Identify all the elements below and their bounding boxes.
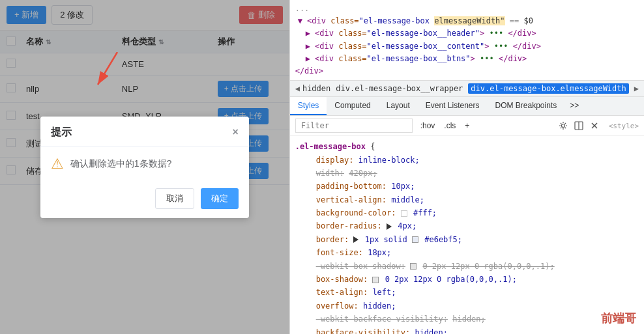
css-prop-width: width: 420px; [306, 167, 639, 180]
breadcrumb-bar: ◀ hidden div.el-message-box__wrapper div… [290, 81, 644, 97]
color-swatch[interactable] [372, 277, 379, 283]
html-tree-line: ▼ <div class="el-message-box elmessageWi… [295, 15, 639, 27]
triangle-icon [353, 236, 359, 243]
css-prop-bg-color: background-color: #fff; [306, 206, 639, 219]
html-tree-line: ... [295, 3, 639, 15]
filter-hov[interactable]: :hov [418, 120, 438, 132]
html-tree-line: ▶ <div class="el-message-box__content"> … [306, 40, 639, 53]
filter-toggles: :hov .cls + [418, 120, 473, 132]
tab-dom-breakpoints[interactable]: DOM Breakpoints [487, 97, 564, 115]
cancel-button[interactable]: 取消 [155, 188, 194, 209]
style-source: <style> [609, 122, 639, 130]
tab-computed[interactable]: Computed [327, 97, 378, 115]
svg-point-2 [561, 124, 564, 128]
css-prop-text-align: text-align: left; [306, 286, 639, 299]
confirm-button[interactable]: 确定 [201, 188, 239, 209]
css-prop-border-radius: border-radius: 4px; [306, 219, 639, 232]
css-prop-box-shadow: box-shadow: 0 2px 12px 0 rgba(0,0,0,.1); [306, 273, 639, 286]
filter-icon-group [557, 119, 601, 132]
dialog-body: ⚠ 确认删除选中的1条数据? [40, 146, 249, 182]
dialog-message: 确认删除选中的1条数据? [70, 158, 172, 170]
tab-more[interactable]: >> [564, 97, 584, 115]
svg-line-1 [98, 52, 117, 85]
css-prop-display: display: inline-block; [306, 154, 639, 167]
css-prop-webkit-box-shadow: -webkit-box-shadow: 0 2px 12px 0 rgba(0,… [306, 260, 639, 273]
html-tree: ... ▼ <div class="el-message-box elmessa… [290, 0, 644, 81]
filter-input[interactable] [295, 118, 413, 133]
dialog-box: 提示 × ⚠ 确认删除选中的1条数据? 取消 确定 [40, 117, 249, 218]
css-prop-overflow: overflow: hidden; [306, 299, 639, 313]
breadcrumb-item-wrapper[interactable]: div.el-message-box__wrapper [336, 84, 463, 93]
devtools-tabs: Styles Computed Layout Event Listeners D… [290, 97, 644, 116]
breadcrumb-item-hidden[interactable]: hidden [302, 84, 330, 93]
dialog-footer: 取消 确定 [40, 182, 249, 218]
settings-icon-btn[interactable] [557, 119, 570, 132]
tab-event-listeners[interactable]: Event Listeners [418, 97, 488, 115]
breadcrumb-item-active[interactable]: div.el-message-box.elmessageWidth [468, 83, 628, 94]
breadcrumb-arrow-right[interactable]: ▶ [634, 84, 639, 93]
color-swatch[interactable] [401, 210, 407, 217]
html-tree-line: ▶ <div class="el-message-box__btns"> •••… [306, 53, 639, 65]
css-prop-padding-bottom: padding-bottom: 10px; [306, 180, 639, 193]
dock-icon [574, 121, 583, 130]
dialog-overlay: 提示 × ⚠ 确认删除选中的1条数据? 取消 确定 [0, 0, 289, 334]
close-icon [590, 121, 599, 130]
filter-plus[interactable]: + [462, 120, 472, 132]
css-prop-font-size: font-size: 18px; [306, 246, 639, 259]
tab-layout[interactable]: Layout [379, 97, 418, 115]
devtools-panel: ... ▼ <div class="el-message-box elmessa… [290, 0, 644, 334]
dialog-title: 提示 × [40, 117, 249, 146]
warn-icon: ⚠ [51, 156, 64, 173]
gear-icon [559, 121, 568, 130]
html-tree-line: ▶ <div class="el-message-box__header"> •… [306, 27, 639, 40]
dialog-close-button[interactable]: × [232, 127, 238, 137]
left-panel: + 新增 2 修改 🗑 删除 名称 ⇅ 料仓类型 ⇅ 操作 ASTE [0, 0, 290, 334]
css-prop-backface: backface-visibility: hidden; [306, 326, 639, 334]
css-prop-vertical-align: vertical-align: middle; [306, 193, 639, 206]
filter-cls[interactable]: .cls [441, 120, 458, 132]
css-selector-line: .el-message-box { [295, 140, 639, 153]
breadcrumb-arrow-left[interactable]: ◀ [295, 84, 300, 93]
close-devtools-btn[interactable] [588, 119, 601, 132]
css-rules: .el-message-box { display: inline-block;… [290, 136, 644, 334]
triangle-icon [387, 223, 392, 230]
color-swatch[interactable] [412, 236, 418, 243]
dock-icon-btn[interactable] [572, 119, 585, 132]
color-swatch[interactable] [410, 263, 417, 270]
red-arrow [78, 52, 130, 91]
css-prop-border: border: 1px solid #e6ebf5; [306, 233, 639, 246]
css-prop-webkit-backface: -webkit-backface-visibility: hidden; [306, 313, 639, 326]
filter-bar: :hov .cls + [290, 116, 644, 136]
html-tree-line: </div> [295, 65, 639, 77]
tab-styles[interactable]: Styles [290, 97, 327, 115]
